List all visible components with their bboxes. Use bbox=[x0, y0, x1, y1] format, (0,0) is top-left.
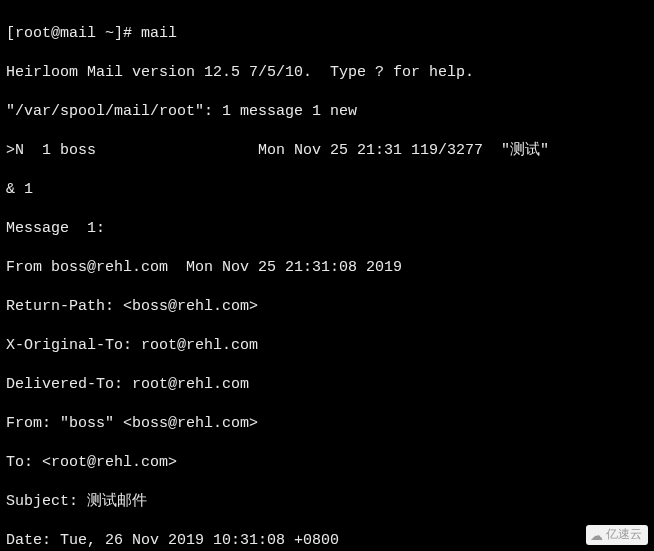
shell-prompt: [root@mail ~]# bbox=[6, 25, 141, 42]
message-list-row: >N 1 boss Mon Nov 25 21:31 119/3277 "测试" bbox=[6, 141, 648, 161]
header-from: From: "boss" <boss@rehl.com> bbox=[6, 414, 648, 434]
header-delivered-to: Delivered-To: root@rehl.com bbox=[6, 375, 648, 395]
cloud-icon: ☁ bbox=[590, 529, 603, 542]
prompt-line: [root@mail ~]# mail bbox=[6, 24, 648, 44]
output-line: Heirloom Mail version 12.5 7/5/10. Type … bbox=[6, 63, 648, 83]
command-entered: mail bbox=[141, 25, 177, 42]
header-subject: Subject: 测试邮件 bbox=[6, 492, 648, 512]
terminal-output[interactable]: [root@mail ~]# mail Heirloom Mail versio… bbox=[0, 0, 654, 551]
header-from-envelope: From boss@rehl.com Mon Nov 25 21:31:08 2… bbox=[6, 258, 648, 278]
watermark-text: 亿速云 bbox=[606, 527, 642, 543]
message-header: Message 1: bbox=[6, 219, 648, 239]
header-return-path: Return-Path: <boss@rehl.com> bbox=[6, 297, 648, 317]
mail-prompt-input: & 1 bbox=[6, 180, 648, 200]
output-line: "/var/spool/mail/root": 1 message 1 new bbox=[6, 102, 648, 122]
header-to: To: <root@rehl.com> bbox=[6, 453, 648, 473]
watermark-badge: ☁ 亿速云 bbox=[586, 525, 648, 545]
header-x-original-to: X-Original-To: root@rehl.com bbox=[6, 336, 648, 356]
header-date: Date: Tue, 26 Nov 2019 10:31:08 +0800 bbox=[6, 531, 648, 551]
